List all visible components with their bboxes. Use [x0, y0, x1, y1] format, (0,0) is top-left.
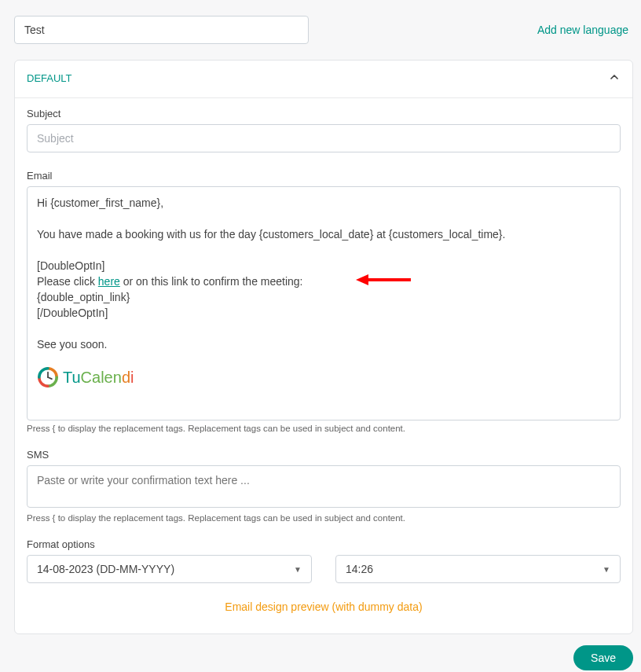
email-preview-link[interactable]: Email design preview (with dummy data) [27, 600, 621, 613]
header-row: Add new language [14, 16, 633, 44]
template-name-input[interactable] [14, 16, 309, 44]
svg-line-1 [48, 377, 52, 379]
panel-header[interactable]: DEFAULT [15, 61, 632, 98]
confirm-here-link[interactable]: here [98, 275, 120, 288]
subject-input[interactable] [27, 124, 621, 152]
sms-editor[interactable] [27, 465, 621, 508]
panel-body: Subject Email Hi {customer_first_name}, … [15, 98, 632, 633]
save-button[interactable]: Save [573, 645, 633, 670]
email-closing: See you soon. [37, 336, 610, 352]
sms-label: SMS [27, 449, 621, 461]
email-line-1: Hi {customer_first_name}, [37, 195, 610, 211]
email-please-line: Please click here or on this link to con… [37, 274, 610, 289]
subject-label: Subject [27, 108, 621, 119]
email-optin-tag: {double_optin_link} [37, 289, 610, 305]
panel-title: DEFAULT [27, 72, 72, 84]
brand-logo: TuCalendi [37, 366, 610, 388]
email-block-close: [/DoubleOptIn] [37, 305, 610, 321]
email-block-open: [DoubleOptIn] [37, 258, 610, 274]
caret-down-icon: ▼ [294, 565, 302, 574]
sms-hint: Press { to display the replacement tags.… [27, 513, 621, 523]
email-line-2: You have made a booking with us for the … [37, 226, 610, 242]
email-hint: Press { to display the replacement tags.… [27, 424, 621, 433]
date-format-select[interactable]: 14-08-2023 (DD-MM-YYYY) ▼ [27, 555, 312, 583]
time-format-value: 14:26 [346, 563, 373, 575]
email-label: Email [27, 170, 621, 182]
format-options-label: Format options [27, 538, 621, 550]
date-format-value: 14-08-2023 (DD-MM-YYYY) [37, 563, 174, 575]
time-format-select[interactable]: 14:26 ▼ [335, 555, 621, 583]
default-panel: DEFAULT Subject Email Hi {customer_first… [14, 60, 633, 634]
email-editor[interactable]: Hi {customer_first_name}, You have made … [27, 186, 621, 420]
add-language-link[interactable]: Add new language [537, 24, 628, 36]
chevron-up-icon [608, 71, 621, 86]
logo-text: TuCalendi [63, 369, 134, 385]
logo-clock-icon [37, 366, 59, 388]
caret-down-icon: ▼ [603, 565, 610, 574]
